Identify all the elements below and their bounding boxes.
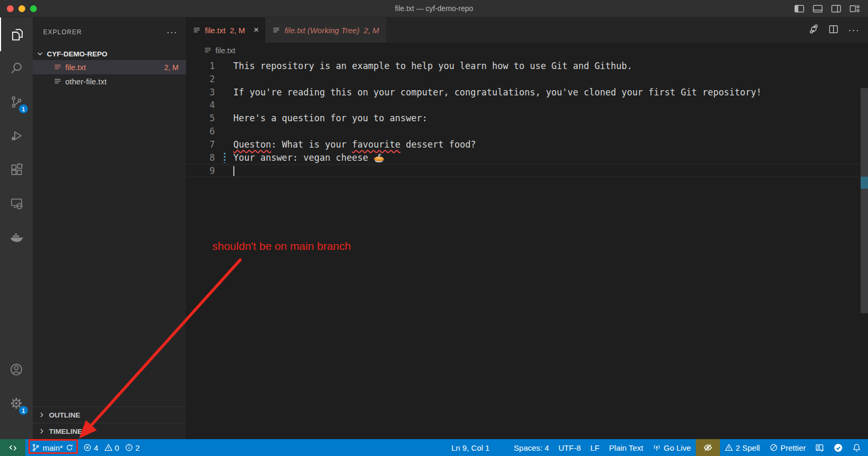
workspace-folder-row[interactable]: CYF-DEMO-REPO (33, 47, 186, 60)
code-line-5[interactable]: 5Here's a question for you to answer: (186, 112, 868, 125)
check-circle-icon (834, 443, 843, 452)
eye-slash-icon (703, 443, 713, 452)
chevron-down-icon (36, 50, 44, 58)
chevron-right-icon (38, 428, 45, 435)
cursor-position-item[interactable]: Ln 9, Col 1 (447, 439, 495, 456)
scrollbar-track[interactable] (861, 83, 868, 439)
git-branch-icon (32, 443, 40, 452)
timeline-section[interactable]: TIMELINE (33, 423, 186, 439)
prettier-item[interactable]: Prettier (765, 439, 811, 456)
line-number: 1 (186, 60, 215, 73)
remote-indicator[interactable] (0, 439, 25, 456)
close-tab-icon[interactable]: × (253, 25, 259, 35)
breadcrumb[interactable]: file.txt (186, 43, 868, 58)
breadcrumb-file-label: file.txt (215, 46, 235, 55)
code-line-1[interactable]: 1This repository is an example to help y… (186, 60, 868, 73)
tab-problems-badge: 2, M (230, 26, 245, 35)
file-icon (54, 77, 62, 85)
broadcast-icon (653, 443, 661, 452)
warning-icon (104, 443, 113, 452)
code-line-3[interactable]: 3If you're reading this on your computer… (186, 86, 868, 99)
file-name: file.txt (65, 63, 86, 72)
file-icon (193, 26, 201, 34)
notifications-item[interactable] (847, 439, 868, 456)
file-icon (54, 63, 62, 71)
slash-circle-icon (770, 443, 778, 452)
tab-file.txt (Working Tree)[interactable]: file.txt (Working Tree)2, M (265, 17, 386, 43)
run-debug-icon[interactable] (0, 119, 33, 152)
tab-label: file.txt (Working Tree) (284, 26, 359, 35)
info-count: 2 (135, 443, 140, 452)
customize-layout-icon[interactable] (850, 4, 860, 13)
code-line-6[interactable]: 6 (186, 125, 868, 138)
explorer-more-actions-icon[interactable]: ··· (166, 27, 177, 38)
branch-name: main* (43, 443, 63, 452)
editor-group: file.txt2, M×file.txt (Working Tree)2, M… (186, 17, 868, 439)
bell-icon (852, 443, 861, 452)
problems-item[interactable]: 4 0 2 (78, 439, 148, 456)
line-number: 2 (186, 73, 215, 86)
tab-file.txt[interactable]: file.txt2, M× (186, 17, 265, 43)
go-live-item[interactable]: Go Live (648, 439, 696, 456)
outline-section-label: OUTLINE (49, 411, 80, 419)
source-control-badge: 1 (19, 104, 28, 113)
outline-section[interactable]: OUTLINE (33, 406, 186, 423)
warning-icon (725, 443, 733, 452)
traffic-lights (0, 5, 37, 12)
language-mode-item[interactable]: Plain Text (604, 439, 648, 456)
sync-icon (65, 443, 74, 452)
feedback-item[interactable] (811, 439, 829, 456)
minimize-window-button[interactable] (18, 5, 25, 12)
file-row-file.txt[interactable]: file.txt2, M (33, 60, 186, 74)
close-window-button[interactable] (7, 5, 14, 12)
file-row-other-file.txt[interactable]: other-file.txt (33, 74, 186, 89)
toggle-secondary-sidebar-icon[interactable] (831, 4, 841, 13)
maximize-window-button[interactable] (30, 5, 37, 12)
extensions-icon[interactable] (0, 152, 33, 186)
eol-item[interactable]: LF (586, 439, 605, 456)
line-number: 3 (186, 86, 215, 99)
source-control-icon[interactable]: 1 (0, 85, 33, 119)
editor-more-actions-icon[interactable]: ··· (848, 24, 860, 36)
tab-bar: file.txt2, M×file.txt (Working Tree)2, M… (186, 17, 868, 43)
scrollbar-slider[interactable] (861, 88, 868, 313)
line-text: Queston: What is your favourite dessert … (233, 138, 476, 151)
toggle-panel-icon[interactable] (813, 4, 823, 13)
open-changes-icon[interactable] (808, 24, 819, 36)
tab-problems-badge: 2, M (364, 26, 379, 35)
status-check-item[interactable] (829, 439, 847, 456)
search-icon[interactable] (0, 51, 33, 85)
line-number: 4 (186, 99, 215, 112)
line-number: 6 (186, 125, 215, 138)
spell-checker-item[interactable]: 2 Spell (720, 439, 765, 456)
window-title: file.txt — cyf-demo-repo (0, 4, 868, 13)
accounts-icon[interactable] (0, 353, 33, 386)
sidebar-title: EXPLORER (43, 28, 82, 36)
indentation-item[interactable]: Spaces: 4 (509, 439, 554, 456)
code-line-7[interactable]: 7Queston: What is your favourite dessert… (186, 138, 868, 151)
line-number: 9 (186, 164, 215, 177)
encoding-item[interactable]: UTF-8 (554, 439, 586, 456)
split-editor-icon[interactable] (828, 24, 839, 36)
docker-icon[interactable] (0, 220, 33, 254)
highlight-off-item[interactable] (696, 439, 720, 456)
chevron-right-icon (38, 411, 45, 419)
code-line-8[interactable]: 8Your answer: vegan cheese 🥧 (186, 151, 868, 164)
settings-badge: 1 (19, 406, 28, 415)
line-text: Your answer: vegan cheese 🥧 (233, 151, 384, 164)
toggle-sidebar-icon[interactable] (794, 4, 804, 13)
file-problems-badge: 2, M (164, 63, 179, 72)
settings-gear-icon[interactable]: 1 (0, 386, 33, 420)
line-number: 8 (186, 151, 215, 164)
explorer-icon[interactable] (0, 17, 33, 51)
code-line-2[interactable]: 2 (186, 73, 868, 86)
line-text: Here's a question for you to answer: (233, 112, 427, 125)
file-name: other-file.txt (65, 77, 106, 86)
file-icon (272, 26, 280, 34)
code-line-4[interactable]: 4 (186, 99, 868, 112)
remote-explorer-icon[interactable] (0, 186, 33, 220)
line-text: If you're reading this on your computer,… (233, 86, 762, 99)
code-line-9[interactable]: 9 (186, 164, 868, 177)
activity-bar: 1 1 (0, 17, 33, 439)
git-branch-item[interactable]: main* (25, 439, 78, 456)
